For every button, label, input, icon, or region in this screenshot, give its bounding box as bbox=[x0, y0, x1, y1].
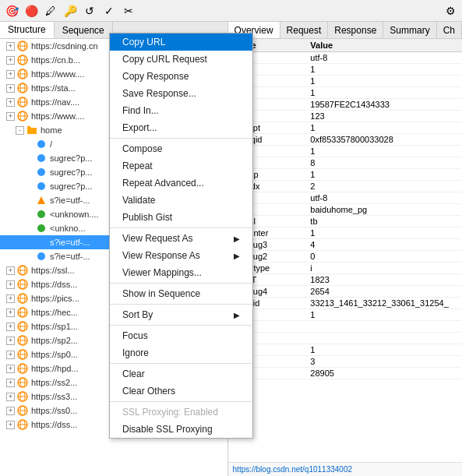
tab-structure[interactable]: Structure bbox=[0, 22, 55, 38]
context-menu-item[interactable]: Clear Others bbox=[110, 383, 252, 400]
context-menu-separator bbox=[110, 363, 252, 364]
context-menu-separator bbox=[110, 325, 252, 326]
table-cell: 0xf853357800033028 bbox=[305, 134, 462, 146]
expand-icon[interactable]: + bbox=[6, 337, 15, 345]
expand-icon[interactable]: + bbox=[6, 309, 15, 317]
context-menu-item[interactable]: Validate bbox=[110, 192, 252, 209]
table-row[interactable]: f8 bbox=[228, 157, 462, 169]
context-menu-item[interactable]: Ignore bbox=[110, 344, 252, 361]
context-menu-item[interactable]: SSL Proxying: Enabled bbox=[110, 404, 252, 421]
toolbar-btn-6[interactable]: ✓ bbox=[101, 2, 118, 19]
table-cell: 1823 bbox=[305, 274, 462, 286]
table-row[interactable]: ieutf-8 bbox=[228, 52, 462, 64]
table-row[interactable]: rsv_spt1 bbox=[228, 122, 462, 134]
item-icon bbox=[16, 404, 29, 417]
item-text: / bbox=[50, 139, 52, 149]
expand-icon[interactable]: + bbox=[6, 42, 15, 51]
context-menu-item[interactable]: Clear bbox=[110, 365, 252, 383]
toolbar-btn-5[interactable]: ↺ bbox=[81, 2, 98, 19]
table-row[interactable]: _cr128905 bbox=[228, 368, 462, 379]
expand-icon[interactable]: - bbox=[16, 126, 24, 135]
context-menu-item[interactable]: Compose bbox=[110, 140, 252, 157]
context-menu-item[interactable]: Save Response... bbox=[110, 85, 252, 102]
context-menu-item[interactable]: View Response As▶ bbox=[110, 247, 252, 264]
context-menu-item[interactable]: Copy Response bbox=[110, 68, 252, 85]
table-row[interactable]: newi1 bbox=[228, 64, 462, 76]
tab-request[interactable]: Request bbox=[280, 22, 329, 38]
item-icon bbox=[35, 208, 48, 220]
toolbar-settings-btn[interactable]: ⚙ bbox=[442, 2, 459, 19]
expand-icon[interactable]: + bbox=[6, 294, 15, 303]
expand-icon[interactable]: + bbox=[6, 421, 15, 429]
context-menu-item[interactable]: Copy URL bbox=[110, 33, 252, 51]
expand-icon[interactable]: + bbox=[6, 84, 15, 93]
table-row[interactable]: _ss1 bbox=[228, 309, 462, 321]
table-row[interactable]: csor3 bbox=[228, 356, 462, 368]
table-row[interactable]: inputT1823 bbox=[228, 274, 462, 286]
context-menu-item[interactable]: Repeat bbox=[110, 157, 252, 175]
expand-icon[interactable]: + bbox=[6, 393, 15, 401]
tab-ch[interactable]: Ch bbox=[437, 22, 462, 38]
table-row[interactable]: rsv_enter1 bbox=[228, 227, 462, 239]
context-menu-item[interactable]: Repeat Advanced... bbox=[110, 175, 252, 192]
expand-icon[interactable]: + bbox=[6, 351, 15, 359]
tab-summary[interactable]: Summary bbox=[383, 22, 436, 38]
toolbar-btn-4[interactable]: 🔑 bbox=[62, 2, 79, 19]
table-row[interactable]: rsv_iqid0xf853357800033028 bbox=[228, 134, 462, 146]
item-icon bbox=[16, 320, 29, 333]
expand-icon[interactable]: + bbox=[6, 98, 15, 107]
toolbar-btn-7[interactable]: ✂ bbox=[120, 2, 137, 19]
table-row[interactable]: ieutf-8 bbox=[228, 192, 462, 204]
item-icon bbox=[35, 138, 48, 150]
context-menu-item[interactable]: Export... bbox=[110, 119, 252, 136]
table-row[interactable]: rsv_sid33213_1461_33212_33061_31254_ bbox=[228, 298, 462, 309]
table-row[interactable]: isbd1 bbox=[228, 87, 462, 99]
toolbar-btn-2[interactable]: 🔴 bbox=[23, 2, 40, 19]
context-menu-item-label: Copy cURL Request bbox=[122, 54, 207, 65]
table-row[interactable]: tnbaiduhome_pg bbox=[228, 204, 462, 216]
expand-icon[interactable]: + bbox=[6, 280, 15, 289]
context-menu-item[interactable]: Viewer Mappings... bbox=[110, 264, 252, 281]
table-row[interactable]: clist bbox=[228, 321, 462, 333]
table-row[interactable]: rsv_sug20 bbox=[228, 251, 462, 263]
tab-sequence[interactable]: Sequence bbox=[55, 22, 113, 38]
table-cell: 19587FE2C1434333 bbox=[305, 99, 462, 111]
table-row[interactable]: rsv_bp1 bbox=[228, 169, 462, 181]
table-row[interactable]: wd123 bbox=[228, 111, 462, 122]
context-menu-item[interactable]: View Request As▶ bbox=[110, 230, 252, 247]
table-row[interactable]: rsv_sug34 bbox=[228, 239, 462, 251]
context-menu-item[interactable]: Copy cURL Request bbox=[110, 51, 252, 68]
table-row[interactable]: isid19587FE2C1434333 bbox=[228, 99, 462, 111]
expand-icon[interactable]: + bbox=[6, 56, 15, 65]
item-icon bbox=[16, 82, 29, 94]
expand-icon[interactable]: + bbox=[6, 266, 15, 275]
table-cell: 33213_1461_33212_33061_31254_ bbox=[305, 298, 462, 309]
context-menu-item-label: Sort By bbox=[122, 309, 153, 320]
table-row[interactable]: mod1 bbox=[228, 76, 462, 87]
context-menu-item[interactable]: Sort By▶ bbox=[110, 306, 252, 323]
table-row[interactable]: rsv_dltb bbox=[228, 216, 462, 227]
item-icon bbox=[16, 306, 29, 319]
tab-response[interactable]: Response bbox=[328, 22, 383, 38]
item-icon bbox=[16, 376, 29, 389]
table-row[interactable]: rsv_idx2 bbox=[228, 181, 462, 192]
expand-icon[interactable]: + bbox=[6, 365, 15, 373]
table-row[interactable]: rsv_btypei bbox=[228, 263, 462, 274]
table-row[interactable]: rsv_sug42654 bbox=[228, 286, 462, 298]
context-menu-item[interactable]: Publish Gist bbox=[110, 209, 252, 226]
context-menu-item[interactable]: Focus bbox=[110, 327, 252, 344]
toolbar-btn-3[interactable]: 🖊 bbox=[42, 2, 59, 19]
expand-icon[interactable]: + bbox=[6, 70, 15, 79]
table-row[interactable]: hsug bbox=[228, 333, 462, 344]
expand-icon[interactable]: + bbox=[6, 112, 15, 121]
context-menu-item[interactable]: Show in Sequence bbox=[110, 285, 252, 302]
context-menu-item[interactable]: Disable SSL Proxying bbox=[110, 421, 252, 438]
expand-icon[interactable]: + bbox=[6, 379, 15, 387]
item-text: https://sp2... bbox=[31, 336, 78, 345]
toolbar-btn-1[interactable]: 🎯 bbox=[3, 2, 20, 19]
expand-icon[interactable]: + bbox=[6, 323, 15, 331]
table-row[interactable]: issp1 bbox=[228, 146, 462, 157]
context-menu-item[interactable]: Find In... bbox=[110, 102, 252, 119]
table-row[interactable]: f4s1 bbox=[228, 344, 462, 356]
expand-icon[interactable]: + bbox=[6, 407, 15, 415]
